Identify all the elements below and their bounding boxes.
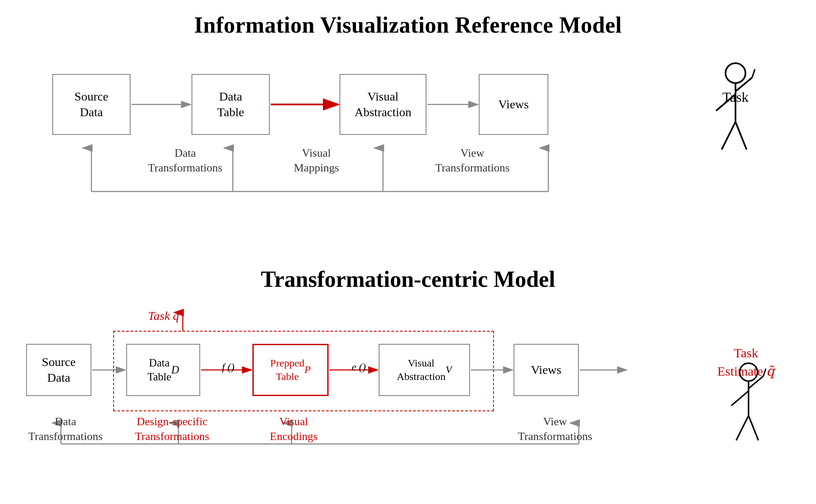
svg-point-33 [740,363,758,381]
human-figure-bottom [722,361,775,470]
label-vis-mappings: VisualMappings [294,146,339,175]
top-views-box: Views [479,74,548,135]
b-label-vis-encode: VisualEncodings [270,414,318,444]
label-view-trans: ViewTransformations [435,146,510,175]
task-q-label: Task q [148,309,179,323]
svg-line-38 [749,416,759,440]
b-label-ds-trans: Design-specificTransformations [135,414,209,444]
top-title: Information Visualization Reference Mode… [0,0,816,38]
svg-line-16 [735,122,746,150]
svg-line-17 [752,69,755,77]
svg-line-35 [731,391,749,406]
top-visabs-box: VisualAbstraction [339,74,426,135]
bottom-source-box: SourceData [26,344,91,396]
svg-point-11 [725,63,745,83]
svg-line-39 [763,369,766,376]
top-source-box: SourceData [52,74,131,135]
bottom-prepped-box: PreppedTable P [252,344,329,396]
top-diagram: SourceData DataTable VisualAbstraction V… [26,52,788,239]
top-datatable-box: DataTable [191,74,270,135]
human-figure-top [707,61,764,183]
label-data-trans: DataTransformations [148,146,222,175]
svg-line-13 [716,94,735,111]
fo-label: f () [222,361,235,373]
bottom-visabs-box: VisualAbstraction V [379,344,470,396]
svg-line-37 [736,416,749,440]
bottom-datatable-box: DataTable D [126,344,200,396]
b-label-view-trans: ViewTransformations [518,414,592,444]
eo-label: e () [352,361,366,373]
bottom-title: Transformation-centric Model [0,266,816,292]
bottom-diagram: Task q SourceData DataTable D PreppedTab… [26,305,788,487]
bottom-views-box: Views [514,344,579,396]
b-label-data-trans: DataTransformations [28,414,103,444]
svg-line-15 [722,122,735,150]
main-container: Information Visualization Reference Mode… [0,0,816,504]
